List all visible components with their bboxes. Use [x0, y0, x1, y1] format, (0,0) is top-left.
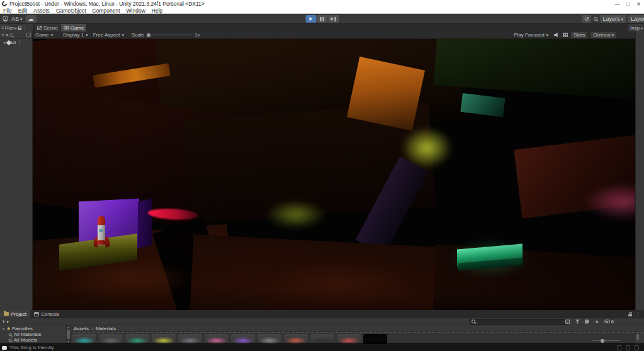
layout-dropdown[interactable]: Layout [628, 15, 644, 23]
account-dropdown[interactable]: AS [10, 15, 24, 23]
grid-icon[interactable] [563, 33, 568, 37]
foldout-arrow-icon[interactable] [2, 326, 5, 332]
mute-audio-icon[interactable] [554, 33, 560, 38]
breadcrumb-assets[interactable]: Assets [74, 326, 89, 332]
game-viewport[interactable] [33, 39, 635, 310]
project-body: Favorites All Materials All Models All P… [0, 325, 644, 343]
inspector-tab-label: Insp [630, 25, 640, 31]
lock-icon[interactable] [18, 28, 21, 30]
menu-assets[interactable]: Assets [30, 8, 53, 14]
titlebar: ProjectBoost - Under - Windows, Mac, Lin… [0, 0, 644, 8]
unity-scene-icon [6, 40, 11, 45]
kebab-menu-icon[interactable] [17, 40, 22, 45]
pause-button[interactable] [317, 15, 327, 23]
maximize-button[interactable] [623, 0, 633, 8]
material-item[interactable] [310, 334, 334, 343]
statusbar-activity-icon[interactable] [635, 345, 639, 350]
favorite-all-models[interactable]: All Models [0, 337, 66, 343]
lock-icon[interactable] [628, 314, 632, 316]
menu-component[interactable]: Component [89, 8, 123, 14]
tab-project[interactable]: Project [0, 310, 30, 318]
aspect-ratio-dropdown[interactable]: Free Aspect [91, 32, 127, 38]
menu-help[interactable]: Help [149, 8, 166, 14]
asset-grid[interactable] [71, 332, 644, 343]
chevron-down-icon [621, 16, 623, 22]
display-dropdown[interactable]: Display 1 [60, 32, 90, 38]
eye-icon [604, 320, 610, 323]
hierarchy-scene-row[interactable]: Ur [0, 39, 32, 46]
layers-dropdown[interactable]: Layers [600, 15, 626, 23]
kebab-menu-icon[interactable] [635, 311, 640, 317]
material-item[interactable] [284, 334, 308, 343]
status-message[interactable]: This thing is friendly [9, 345, 54, 350]
material-item[interactable] [257, 334, 281, 343]
cloud-services-button[interactable] [26, 15, 37, 23]
create-asset-button[interactable] [2, 318, 5, 325]
stats-button[interactable]: Stats [571, 32, 587, 38]
save-search-icon[interactable] [594, 319, 599, 325]
material-item[interactable] [125, 334, 149, 343]
search-icon[interactable] [594, 17, 597, 21]
scrollbar-thumb[interactable] [67, 330, 70, 339]
statusbar[interactable]: This thing is friendly [0, 343, 644, 351]
unity-window: ProjectBoost - Under - Windows, Mac, Lin… [0, 0, 644, 351]
gizmos-dropdown[interactable]: Gizmos [590, 32, 616, 38]
search-icon [9, 338, 12, 342]
project-search-input[interactable] [469, 319, 568, 325]
breadcrumb-materials[interactable]: Materials [96, 326, 116, 332]
play-button[interactable] [305, 15, 316, 23]
materials-grid [71, 333, 644, 343]
material-item[interactable] [99, 334, 123, 343]
step-button[interactable] [328, 15, 339, 23]
account-icon[interactable] [3, 16, 8, 21]
toolbar-left-group: AS [0, 15, 37, 23]
material-item[interactable] [152, 334, 176, 343]
menu-gameobject[interactable]: GameObject [53, 8, 89, 14]
tab-hierarchy[interactable]: Hier [0, 24, 33, 31]
play-focused-dropdown[interactable]: Play Focused [511, 32, 551, 38]
menu-file[interactable]: File [0, 8, 15, 14]
favorites-header[interactable]: Favorites [0, 325, 66, 332]
tab-console[interactable]: Console [30, 310, 63, 318]
packages-visibility-button[interactable]: 6 [604, 319, 614, 325]
material-item[interactable] [205, 334, 229, 343]
game-tab-label: Game [71, 25, 84, 31]
close-button[interactable] [633, 0, 644, 8]
search-by-type-icon[interactable] [575, 320, 580, 324]
search-by-label-icon[interactable] [585, 320, 589, 324]
material-item[interactable] [72, 334, 96, 343]
material-item[interactable] [231, 334, 255, 343]
add-object-button[interactable] [1, 32, 4, 38]
kebab-menu-icon[interactable] [22, 25, 27, 31]
scrollbar-thumb[interactable] [636, 334, 639, 340]
statusbar-activity-icon[interactable] [617, 345, 621, 350]
open-search-icon[interactable] [565, 320, 570, 324]
icon-size-slider[interactable] [592, 340, 620, 341]
statusbar-activity-icon[interactable] [626, 345, 630, 350]
scale-slider[interactable] [147, 35, 192, 35]
menu-edit[interactable]: Edit [15, 8, 31, 14]
play-controls [305, 15, 339, 23]
material-item[interactable] [337, 334, 361, 343]
scroll-up-icon[interactable] [67, 325, 70, 329]
icon-size-knob[interactable] [601, 339, 604, 343]
tab-game[interactable]: Game [61, 24, 87, 31]
inspector-panel [635, 31, 644, 310]
material-item[interactable] [363, 334, 387, 343]
scale-slider-knob[interactable] [147, 33, 150, 37]
hierarchy-window-icon[interactable] [26, 33, 31, 37]
chevron-down-icon [86, 32, 88, 38]
favorites-scrollbar[interactable] [66, 325, 71, 343]
minimize-button[interactable] [612, 0, 623, 8]
tab-inspector[interactable]: Insp [628, 24, 644, 31]
tab-scene[interactable]: Scene [35, 24, 60, 31]
favorite-all-materials[interactable]: All Materials [0, 332, 66, 337]
step-bar-icon [334, 17, 336, 21]
undo-history-button[interactable] [582, 15, 592, 23]
cloud-icon [28, 16, 34, 22]
scene-item-label: Ur [11, 40, 16, 45]
menu-window[interactable]: Window [123, 8, 149, 14]
game-camera-dropdown[interactable]: Game [33, 32, 55, 38]
material-item[interactable] [178, 334, 202, 343]
hierarchy-search-icon[interactable] [9, 33, 13, 37]
